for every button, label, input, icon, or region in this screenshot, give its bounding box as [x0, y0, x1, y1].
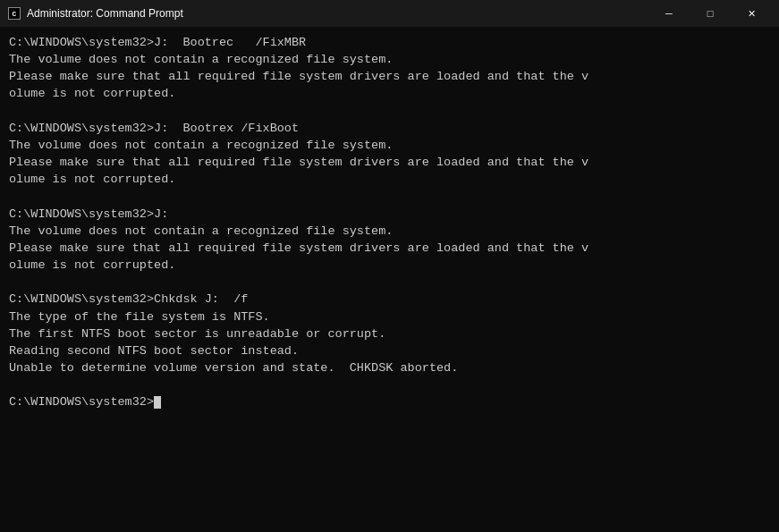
close-button[interactable]: ✕	[731, 0, 772, 27]
maximize-button[interactable]: □	[690, 0, 731, 27]
window-controls: ─ □ ✕	[648, 0, 772, 27]
cmd-icon	[7, 6, 21, 21]
terminal-output: C:\WINDOWS\system32>J: Bootrec /FixMBR T…	[9, 34, 770, 410]
minimize-button[interactable]: ─	[648, 0, 690, 27]
window-title: Administrator: Command Prompt	[27, 7, 183, 20]
title-bar-left: Administrator: Command Prompt	[7, 6, 183, 21]
terminal-cursor	[154, 396, 161, 409]
terminal-body: C:\WINDOWS\system32>J: Bootrec /FixMBR T…	[0, 27, 779, 532]
title-bar: Administrator: Command Prompt ─ □ ✕	[0, 0, 779, 27]
